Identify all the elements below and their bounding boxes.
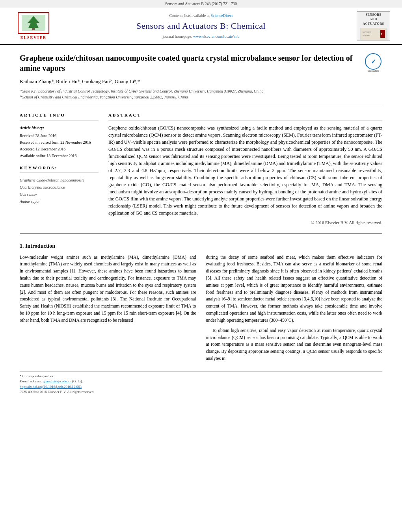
article-authors: Kaihuan Zhangᵃ, Ruifen Huᵃ, Guokang Fanᵇ… — [20, 78, 357, 85]
elsevier-box — [18, 12, 49, 34]
article-affiliations: ᵃ State Key Laboratory of Industrial Con… — [20, 88, 357, 100]
crossmark-logo[interactable]: ✓ CrossMark — [365, 53, 382, 70]
corresponding-note: * Corresponding author. — [20, 374, 382, 379]
email-link[interactable]: guangli@zju.edu.cn — [43, 379, 71, 383]
doi-link[interactable]: http://dx.doi.org/10.1016/j.snb.2016.12.… — [20, 385, 82, 389]
elsevier-label: ELSEVIER — [20, 35, 47, 41]
keyword-2: Quartz crystal microbalance — [20, 184, 99, 191]
history-label: Article history: — [20, 124, 99, 131]
sensors-logo-image: SENSORS AcTuAtors B — [360, 28, 387, 40]
abstract-text: Graphene oxide/chitosan (GO/CS) nanocomp… — [108, 124, 382, 217]
intro-text-right: during the decay of some seafood and mea… — [206, 254, 383, 362]
sensors-logo-title: SENSORS and ACTUATORS — [363, 13, 384, 26]
doi-line: http://dx.doi.org/10.1016/j.snb.2016.12.… — [20, 384, 382, 390]
intro-title: 1. Introduction — [20, 242, 382, 250]
journal-homepage: journal homepage: www.elsevier.com/locat… — [63, 34, 339, 39]
article-title-section: Graphene oxide/chitosan nanocomposite co… — [20, 53, 382, 106]
svg-text:AcTuAtors: AcTuAtors — [363, 34, 370, 36]
affiliation-b: ᵇ School of Chemistry and Chemical Engin… — [20, 94, 357, 100]
intro-para-3: To obtain high sensitive, rapid and easy… — [206, 327, 383, 362]
svg-text:✓: ✓ — [371, 58, 376, 65]
contents-line: Contents lists available at ScienceDirec… — [63, 13, 339, 19]
section-divider — [20, 234, 382, 234]
article-body: Graphene oxide/chitosan nanocomposite co… — [0, 45, 402, 403]
svg-text:CrossMark: CrossMark — [367, 70, 379, 72]
intro-text-left: Low-molecular weight amines such as meth… — [20, 254, 196, 324]
received-date: Received 28 June 2016 — [20, 132, 99, 139]
header-center: Contents lists available at ScienceDirec… — [55, 13, 347, 39]
article-title-text: Graphene oxide/chitosan nanocomposite co… — [20, 53, 365, 100]
homepage-url[interactable]: www.elsevier.com/locate/snb — [193, 34, 239, 39]
keywords-section: Keywords: Graphene oxide/chitosan nanoco… — [20, 165, 99, 205]
elsevier-logo-area: ELSEVIER — [12, 12, 55, 41]
keywords-list: Graphene oxide/chitosan nanocomposite Qu… — [20, 177, 99, 205]
crossmark-svg: ✓ CrossMark — [365, 53, 382, 74]
elsevier-logo: ELSEVIER — [12, 12, 55, 41]
intro-section: 1. Introduction Low-molecular weight ami… — [20, 242, 382, 365]
article-info-header: ARTICLE INFO — [20, 112, 99, 120]
abstract-header: ABSTRACT — [108, 112, 382, 120]
elsevier-tree-svg — [20, 13, 47, 33]
article-history: Article history: Received 28 June 2016 R… — [20, 124, 99, 159]
keywords-header: Keywords: — [20, 165, 99, 173]
intro-col-right: during the decay of some seafood and mea… — [206, 254, 383, 365]
keyword-4: Amine vapor — [20, 198, 99, 205]
article-info-abstract: ARTICLE INFO Article history: Received 2… — [20, 112, 382, 226]
accepted-date: Accepted 12 December 2016 — [20, 146, 99, 152]
page: Sensors and Actuators B 243 (2017) 721–7… — [0, 0, 402, 532]
abstract-col: ABSTRACT Graphene oxide/chitosan (GO/CS)… — [108, 112, 382, 226]
available-date: Available online 13 December 2016 — [20, 152, 99, 159]
sciencedirect-link[interactable]: ScienceDirect — [210, 13, 233, 18]
email-note: E-mail address: guangli@zju.edu.cn (G. L… — [20, 379, 382, 384]
keyword-3: Gas sensor — [20, 191, 99, 198]
sensors-logo-box: SENSORS and ACTUATORS SENSORS AcTuAtors … — [357, 11, 390, 41]
intro-body: Low-molecular weight amines such as meth… — [20, 254, 382, 365]
article-title: Graphene oxide/chitosan nanocomposite co… — [20, 53, 357, 73]
issn-line: 0925-4005/© 2016 Elsevier B.V. All right… — [20, 389, 382, 395]
footer-note: * Corresponding author. E-mail address: … — [20, 371, 382, 395]
abstract-copyright: © 2016 Elsevier B.V. All rights reserved… — [108, 220, 382, 226]
revised-date: Received in revised form 22 November 201… — [20, 139, 99, 146]
sensors-logo-area: SENSORS and ACTUATORS SENSORS AcTuAtors … — [347, 11, 390, 41]
sensors-logo-svg: SENSORS AcTuAtors B — [361, 28, 386, 40]
svg-text:SENSORS: SENSORS — [363, 31, 371, 33]
journal-title: Sensors and Actuators B: Chemical — [63, 20, 339, 32]
journal-header: ELSEVIER Contents lists available at Sci… — [0, 8, 402, 45]
citation-text: Sensors and Actuators B 243 (2017) 721–7… — [165, 2, 237, 6]
intro-para-1: Low-molecular weight amines such as meth… — [20, 254, 196, 324]
article-info-col: ARTICLE INFO Article history: Received 2… — [20, 112, 99, 226]
svg-text:B: B — [381, 33, 382, 35]
svg-rect-2 — [32, 28, 35, 30]
intro-col-left: Low-molecular weight amines such as meth… — [20, 254, 196, 365]
keyword-1: Graphene oxide/chitosan nanocomposite — [20, 177, 99, 184]
citation-bar: Sensors and Actuators B 243 (2017) 721–7… — [0, 0, 402, 8]
affiliation-a: ᵃ State Key Laboratory of Industrial Con… — [20, 88, 357, 94]
intro-para-2: during the decay of some seafood and mea… — [206, 254, 383, 324]
